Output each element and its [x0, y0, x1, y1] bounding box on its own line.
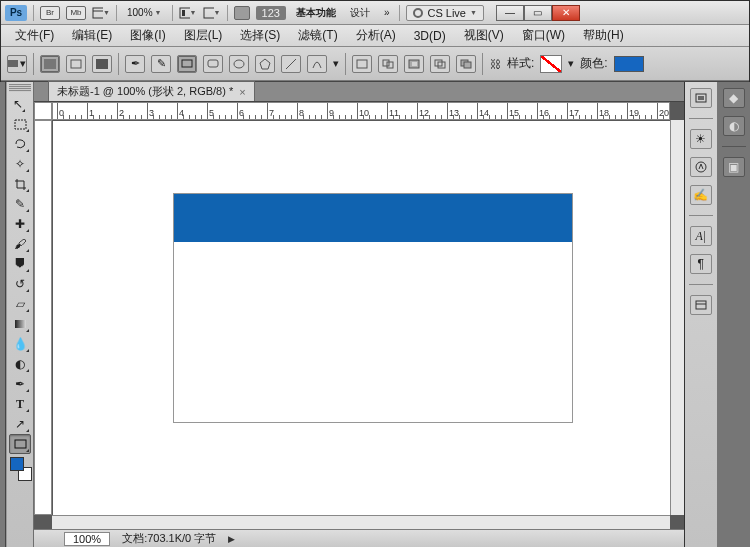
menu-analyze[interactable]: 分析(A): [348, 25, 404, 46]
svg-point-10: [234, 60, 244, 68]
rectangle-tool[interactable]: [9, 434, 31, 454]
svg-rect-24: [15, 440, 26, 448]
char-panel-icon[interactable]: A|: [690, 226, 712, 246]
mask-panel-icon[interactable]: [690, 157, 712, 177]
view-layout-icon[interactable]: ▼: [179, 5, 197, 21]
adjust-panel-icon[interactable]: ☀: [690, 129, 712, 149]
current-tool-icon[interactable]: ▾: [7, 55, 27, 73]
style-none-swatch[interactable]: [540, 55, 562, 73]
path-exclude-icon[interactable]: [456, 55, 476, 73]
fill-color-swatch[interactable]: [614, 56, 644, 72]
cslive-button[interactable]: CS Live ▼: [406, 5, 483, 21]
ellipse-shape-icon[interactable]: [229, 55, 249, 73]
window-minimize[interactable]: —: [496, 5, 524, 21]
stamp-tool[interactable]: ⛊: [9, 254, 31, 274]
gradient-tool[interactable]: [9, 314, 31, 334]
window-controls: — ▭ ✕: [496, 5, 580, 21]
extra-button[interactable]: [234, 6, 250, 20]
pen-draw-icon[interactable]: ✒: [125, 55, 145, 73]
path-add-icon[interactable]: [378, 55, 398, 73]
styles-panel-icon[interactable]: ▣: [723, 157, 745, 177]
menu-edit[interactable]: 编辑(E): [64, 25, 120, 46]
shape-layers-icon[interactable]: [40, 55, 60, 73]
pen-tool[interactable]: ✒: [9, 374, 31, 394]
path-intersect-icon[interactable]: [430, 55, 450, 73]
path-new-icon[interactable]: [352, 55, 372, 73]
history-panel-icon[interactable]: [690, 88, 712, 108]
line-shape-icon[interactable]: [281, 55, 301, 73]
bridge-badge[interactable]: Br: [40, 6, 60, 20]
shape-dropdown-icon[interactable]: ▾: [333, 57, 339, 70]
menu-file[interactable]: 文件(F): [7, 25, 62, 46]
lasso-tool[interactable]: [9, 134, 31, 154]
window-maximize[interactable]: ▭: [524, 5, 552, 21]
num-badge[interactable]: 123: [256, 6, 286, 20]
wand-tool[interactable]: ✧: [9, 154, 31, 174]
link-icon[interactable]: ⛓: [489, 55, 501, 73]
color-panel-icon[interactable]: ◆: [723, 88, 745, 108]
rectangle-shape-icon[interactable]: [177, 55, 197, 73]
ruler-corner[interactable]: [34, 102, 52, 120]
paragraph-panel-icon[interactable]: ¶: [690, 254, 712, 274]
heal-tool[interactable]: ✚: [9, 214, 31, 234]
horizontal-ruler[interactable]: 01234567891011121314151617181920: [52, 102, 670, 120]
zoom-level[interactable]: 100% ▼: [123, 7, 166, 18]
svg-rect-2: [180, 8, 190, 18]
menu-help[interactable]: 帮助(H): [575, 25, 632, 46]
tab-close-icon[interactable]: ×: [239, 86, 245, 98]
fill-pixels-icon[interactable]: [92, 55, 112, 73]
freeform-icon[interactable]: ✎: [151, 55, 171, 73]
menu-window[interactable]: 窗口(W): [514, 25, 573, 46]
crop-tool[interactable]: [9, 174, 31, 194]
document-tab[interactable]: 未标题-1 @ 100% (形状 2, RGB/8) * ×: [48, 81, 255, 101]
foreground-color[interactable]: [10, 457, 24, 471]
status-menu-icon[interactable]: ▶: [228, 534, 235, 544]
document-tab-title: 未标题-1 @ 100% (形状 2, RGB/8) *: [57, 84, 233, 99]
brush-tool[interactable]: 🖌: [9, 234, 31, 254]
artboard: [173, 193, 573, 423]
menu-filter[interactable]: 滤镜(T): [290, 25, 345, 46]
blur-tool[interactable]: 💧: [9, 334, 31, 354]
svg-rect-14: [383, 60, 389, 66]
swatch-panel-icon[interactable]: ◐: [723, 116, 745, 136]
layers-panel-icon[interactable]: [690, 295, 712, 315]
svg-rect-4: [204, 8, 214, 18]
arrange-icon[interactable]: ▼: [92, 5, 110, 21]
workspace-design[interactable]: 设计: [346, 6, 374, 20]
path-select-tool[interactable]: ↗: [9, 414, 31, 434]
canvas[interactable]: [53, 121, 670, 515]
workspace-essentials[interactable]: 基本功能: [292, 6, 340, 20]
move-tool[interactable]: ↖: [9, 94, 27, 114]
menu-view[interactable]: 视图(V): [456, 25, 512, 46]
vertical-ruler[interactable]: [34, 120, 52, 515]
eyedropper-tool[interactable]: ✎: [9, 194, 31, 214]
brush-panel-icon[interactable]: ✍: [690, 185, 712, 205]
horizontal-scrollbar[interactable]: [52, 515, 670, 529]
custom-shape-icon[interactable]: [307, 55, 327, 73]
paths-icon[interactable]: [66, 55, 86, 73]
dodge-tool[interactable]: ◐: [9, 354, 31, 374]
menu-layer[interactable]: 图层(L): [176, 25, 231, 46]
color-swatches[interactable]: [9, 456, 33, 482]
minibridge-badge[interactable]: Mb: [66, 6, 86, 20]
window-close[interactable]: ✕: [552, 5, 580, 21]
workspace-more[interactable]: »: [380, 7, 394, 18]
zoom-field[interactable]: 100%: [64, 532, 110, 546]
screen-mode-icon[interactable]: ▼: [203, 5, 221, 21]
eraser-tool[interactable]: ▱: [9, 294, 31, 314]
toolbox-handle[interactable]: [9, 84, 31, 92]
path-subtract-icon[interactable]: [404, 55, 424, 73]
menu-image[interactable]: 图像(I): [122, 25, 173, 46]
doc-size-label: 文档:703.1K/0 字节: [122, 531, 216, 546]
menu-3d[interactable]: 3D(D): [406, 27, 454, 45]
type-tool[interactable]: T: [9, 394, 31, 414]
svg-rect-17: [412, 62, 417, 66]
history-tool[interactable]: ↺: [9, 274, 31, 294]
app-bar: Ps Br Mb ▼ 100% ▼ ▼ ▼ 123 基本功能 设计 » CS L…: [1, 1, 749, 25]
roundrect-shape-icon[interactable]: [203, 55, 223, 73]
vertical-scrollbar[interactable]: [670, 120, 684, 515]
menu-select[interactable]: 选择(S): [232, 25, 288, 46]
shape-2-rectangle[interactable]: [174, 194, 572, 242]
polygon-shape-icon[interactable]: [255, 55, 275, 73]
marquee-tool[interactable]: [9, 114, 31, 134]
